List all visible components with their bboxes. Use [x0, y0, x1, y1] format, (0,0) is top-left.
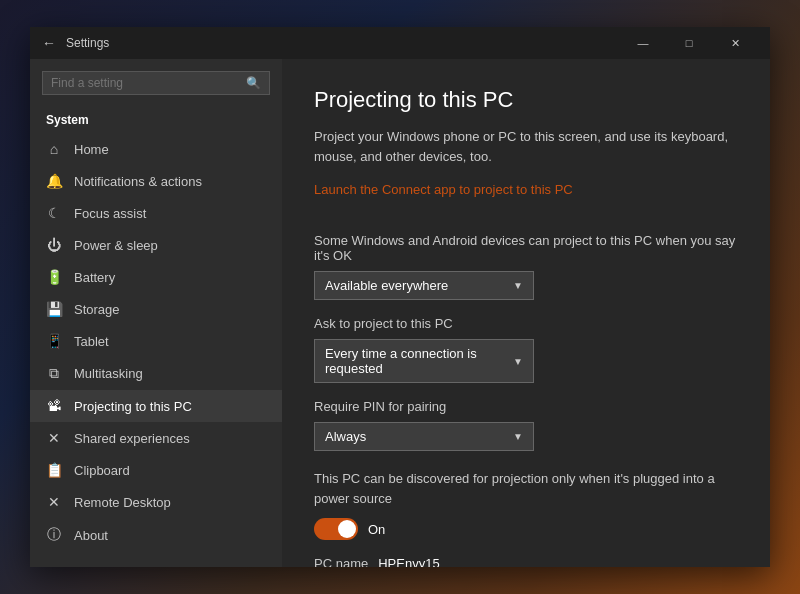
- power-icon: ⏻: [46, 237, 62, 253]
- launch-connect-link[interactable]: Launch the Connect app to project to thi…: [314, 182, 573, 197]
- remote-icon: ✕: [46, 494, 62, 510]
- sidebar-item-label: Home: [74, 142, 109, 157]
- tablet-icon: 📱: [46, 333, 62, 349]
- availability-label: Some Windows and Android devices can pro…: [314, 233, 738, 263]
- titlebar: ← Settings — □ ✕: [30, 27, 770, 59]
- sidebar-item-label: Shared experiences: [74, 431, 190, 446]
- sidebar-item-label: Tablet: [74, 334, 109, 349]
- sidebar-item-label: Remote Desktop: [74, 495, 171, 510]
- settings-window: ← Settings — □ ✕ 🔍 System ⌂ Home 🔔 Notif…: [30, 27, 770, 567]
- toggle-label: On: [368, 522, 385, 537]
- sidebar-item-label: Storage: [74, 302, 120, 317]
- chevron-down-icon-2: ▼: [513, 356, 523, 367]
- sidebar-item-label: Battery: [74, 270, 115, 285]
- pin-value: Always: [325, 429, 366, 444]
- chevron-down-icon: ▼: [513, 280, 523, 291]
- sidebar-item-home[interactable]: ⌂ Home: [30, 133, 282, 165]
- pin-label: Require PIN for pairing: [314, 399, 738, 414]
- minimize-button[interactable]: —: [620, 27, 666, 59]
- sidebar-item-remote[interactable]: ✕ Remote Desktop: [30, 486, 282, 518]
- sidebar: 🔍 System ⌂ Home 🔔 Notifications & action…: [30, 59, 282, 567]
- sidebar-item-label: Notifications & actions: [74, 174, 202, 189]
- focus-icon: ☾: [46, 205, 62, 221]
- ask-label: Ask to project to this PC: [314, 316, 738, 331]
- power-description: This PC can be discovered for projection…: [314, 469, 738, 508]
- power-toggle[interactable]: [314, 518, 358, 540]
- pc-name-value: HPEnvy15: [378, 556, 439, 567]
- sidebar-item-label: Focus assist: [74, 206, 146, 221]
- search-box[interactable]: 🔍: [42, 71, 270, 95]
- search-icon: 🔍: [246, 76, 261, 90]
- sidebar-item-label: Multitasking: [74, 366, 143, 381]
- home-icon: ⌂: [46, 141, 62, 157]
- window-controls: — □ ✕: [620, 27, 758, 59]
- back-button[interactable]: ←: [42, 35, 56, 51]
- storage-icon: 💾: [46, 301, 62, 317]
- sidebar-item-battery[interactable]: 🔋 Battery: [30, 261, 282, 293]
- page-description: Project your Windows phone or PC to this…: [314, 127, 738, 166]
- content-area: 🔍 System ⌂ Home 🔔 Notifications & action…: [30, 59, 770, 567]
- pin-dropdown[interactable]: Always ▼: [314, 422, 534, 451]
- notifications-icon: 🔔: [46, 173, 62, 189]
- sidebar-item-multitasking[interactable]: ⧉ Multitasking: [30, 357, 282, 390]
- shared-icon: ✕: [46, 430, 62, 446]
- sidebar-item-focus[interactable]: ☾ Focus assist: [30, 197, 282, 229]
- sidebar-item-label: About: [74, 528, 108, 543]
- sidebar-item-storage[interactable]: 💾 Storage: [30, 293, 282, 325]
- toggle-knob: [338, 520, 356, 538]
- sidebar-item-label: Power & sleep: [74, 238, 158, 253]
- main-content: Projecting to this PC Project your Windo…: [282, 59, 770, 567]
- sidebar-item-clipboard[interactable]: 📋 Clipboard: [30, 454, 282, 486]
- sidebar-item-tablet[interactable]: 📱 Tablet: [30, 325, 282, 357]
- sidebar-item-shared[interactable]: ✕ Shared experiences: [30, 422, 282, 454]
- close-button[interactable]: ✕: [712, 27, 758, 59]
- availability-value: Available everywhere: [325, 278, 448, 293]
- ask-value: Every time a connection is requested: [325, 346, 513, 376]
- sidebar-item-label: Projecting to this PC: [74, 399, 192, 414]
- availability-dropdown[interactable]: Available everywhere ▼: [314, 271, 534, 300]
- clipboard-icon: 📋: [46, 462, 62, 478]
- maximize-button[interactable]: □: [666, 27, 712, 59]
- window-title: Settings: [66, 36, 620, 50]
- power-toggle-row: On: [314, 518, 738, 540]
- chevron-down-icon-3: ▼: [513, 431, 523, 442]
- pc-name-label: PC name: [314, 556, 368, 567]
- pc-name-row: PC name HPEnvy15: [314, 556, 738, 567]
- system-section-label: System: [30, 107, 282, 133]
- projecting-icon: 📽: [46, 398, 62, 414]
- sidebar-item-projecting[interactable]: 📽 Projecting to this PC: [30, 390, 282, 422]
- sidebar-item-power[interactable]: ⏻ Power & sleep: [30, 229, 282, 261]
- multitasking-icon: ⧉: [46, 365, 62, 382]
- sidebar-item-about[interactable]: ⓘ About: [30, 518, 282, 552]
- ask-dropdown[interactable]: Every time a connection is requested ▼: [314, 339, 534, 383]
- search-input[interactable]: [51, 76, 246, 90]
- page-title: Projecting to this PC: [314, 87, 738, 113]
- sidebar-item-label: Clipboard: [74, 463, 130, 478]
- sidebar-item-notifications[interactable]: 🔔 Notifications & actions: [30, 165, 282, 197]
- about-icon: ⓘ: [46, 526, 62, 544]
- battery-icon: 🔋: [46, 269, 62, 285]
